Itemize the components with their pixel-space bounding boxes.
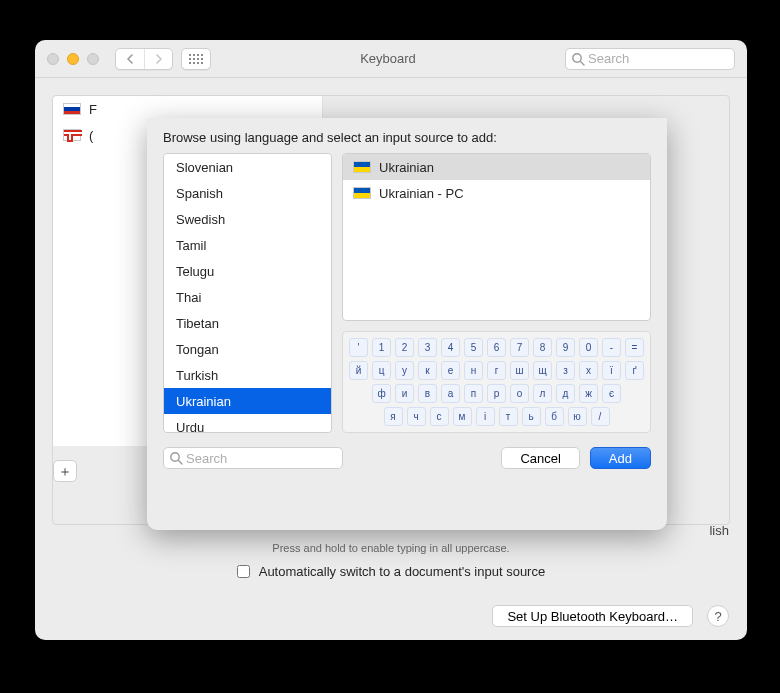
key: ґ — [625, 361, 644, 380]
input-source-list[interactable]: UkrainianUkrainian - PC — [342, 153, 651, 321]
minimize-button[interactable] — [67, 53, 79, 65]
key: 9 — [556, 338, 575, 357]
prefs-search[interactable] — [565, 48, 735, 70]
key: е — [441, 361, 460, 380]
prefs-search-input[interactable] — [588, 51, 734, 66]
key: в — [418, 384, 437, 403]
key: ж — [579, 384, 598, 403]
key: ї — [602, 361, 621, 380]
language-row[interactable]: Tongan — [164, 336, 331, 362]
search-icon — [169, 451, 183, 465]
key: л — [533, 384, 552, 403]
auto-switch-label: Automatically switch to a document's inp… — [259, 564, 545, 579]
keyboard-preview: '1234567890-=йцукенгшщзхїґфивапролджєячс… — [342, 331, 651, 433]
key: х — [579, 361, 598, 380]
key: 3 — [418, 338, 437, 357]
key: я — [384, 407, 403, 426]
input-source-label: Ukrainian — [379, 160, 434, 175]
key: ' — [349, 338, 368, 357]
list-item-label: ( — [89, 128, 93, 143]
keyboard-row: '1234567890-= — [349, 338, 644, 357]
bluetooth-keyboard-button[interactable]: Set Up Bluetooth Keyboard… — [492, 605, 693, 627]
auto-switch-checkbox[interactable] — [237, 565, 250, 578]
forward-icon[interactable] — [144, 49, 172, 69]
svg-line-15 — [179, 461, 183, 465]
key: т — [499, 407, 518, 426]
svg-line-13 — [581, 61, 585, 65]
key: 2 — [395, 338, 414, 357]
key: б — [545, 407, 564, 426]
window-title: Keyboard — [219, 51, 557, 66]
titlebar: Keyboard — [35, 40, 747, 78]
help-button[interactable]: ? — [707, 605, 729, 627]
svg-rect-6 — [197, 58, 199, 60]
svg-rect-11 — [201, 62, 203, 64]
sheet-search[interactable] — [163, 447, 343, 469]
svg-rect-3 — [201, 54, 203, 56]
svg-rect-5 — [193, 58, 195, 60]
add-source-button[interactable]: ＋ — [53, 460, 77, 482]
close-button[interactable] — [47, 53, 59, 65]
auto-switch-row[interactable]: Automatically switch to a document's inp… — [35, 564, 747, 579]
language-row[interactable]: Slovenian — [164, 154, 331, 180]
key: є — [602, 384, 621, 403]
svg-rect-7 — [201, 58, 203, 60]
language-row[interactable]: Tamil — [164, 232, 331, 258]
key: - — [602, 338, 621, 357]
keyboard-row: ячсмітьбю/ — [349, 407, 644, 426]
back-icon[interactable] — [116, 49, 144, 69]
svg-rect-10 — [197, 62, 199, 64]
zoom-button[interactable] — [87, 53, 99, 65]
nav-back-forward[interactable] — [115, 48, 173, 70]
search-icon — [571, 52, 585, 66]
list-item-label: F — [89, 102, 97, 117]
cancel-button[interactable]: Cancel — [501, 447, 579, 469]
key: м — [453, 407, 472, 426]
language-list[interactable]: SlovenianSpanishSwedishTamilTeluguThaiTi… — [163, 153, 332, 433]
language-row[interactable]: Telugu — [164, 258, 331, 284]
key: ю — [568, 407, 587, 426]
key: ц — [372, 361, 391, 380]
key: 6 — [487, 338, 506, 357]
key: с — [430, 407, 449, 426]
flag-icon — [353, 161, 371, 173]
language-row[interactable]: Swedish — [164, 206, 331, 232]
key: = — [625, 338, 644, 357]
key: з — [556, 361, 575, 380]
language-row[interactable]: Thai — [164, 284, 331, 310]
svg-rect-9 — [193, 62, 195, 64]
key: і — [476, 407, 495, 426]
key: 0 — [579, 338, 598, 357]
traffic-lights — [47, 53, 99, 65]
flag-icon — [63, 103, 81, 115]
key: ф — [372, 384, 391, 403]
add-input-source-sheet: Browse using language and select an inpu… — [147, 118, 667, 530]
key: 7 — [510, 338, 529, 357]
svg-point-12 — [573, 53, 581, 61]
key: 4 — [441, 338, 460, 357]
language-row[interactable]: Turkish — [164, 362, 331, 388]
input-source-row[interactable]: Ukrainian — [343, 154, 650, 180]
key: 8 — [533, 338, 552, 357]
grid-button[interactable] — [181, 48, 211, 70]
caps-lock-hint: Press and hold to enable typing in all u… — [35, 542, 747, 554]
key: и — [395, 384, 414, 403]
key: г — [487, 361, 506, 380]
key: н — [464, 361, 483, 380]
key: ь — [522, 407, 541, 426]
language-row[interactable]: Urdu — [164, 414, 331, 433]
grid-icon — [182, 49, 210, 69]
input-source-label: Ukrainian - PC — [379, 186, 464, 201]
language-row[interactable]: Tibetan — [164, 310, 331, 336]
input-source-row[interactable]: Ukrainian - PC — [343, 180, 650, 206]
keyboard-row: фивапролджє — [349, 384, 644, 403]
language-row[interactable]: Ukrainian — [164, 388, 331, 414]
language-row[interactable]: Spanish — [164, 180, 331, 206]
svg-rect-8 — [189, 62, 191, 64]
key: ч — [407, 407, 426, 426]
key: к — [418, 361, 437, 380]
keyboard-row: йцукенгшщзхїґ — [349, 361, 644, 380]
key: д — [556, 384, 575, 403]
sheet-search-input[interactable] — [186, 451, 342, 466]
add-button[interactable]: Add — [590, 447, 651, 469]
